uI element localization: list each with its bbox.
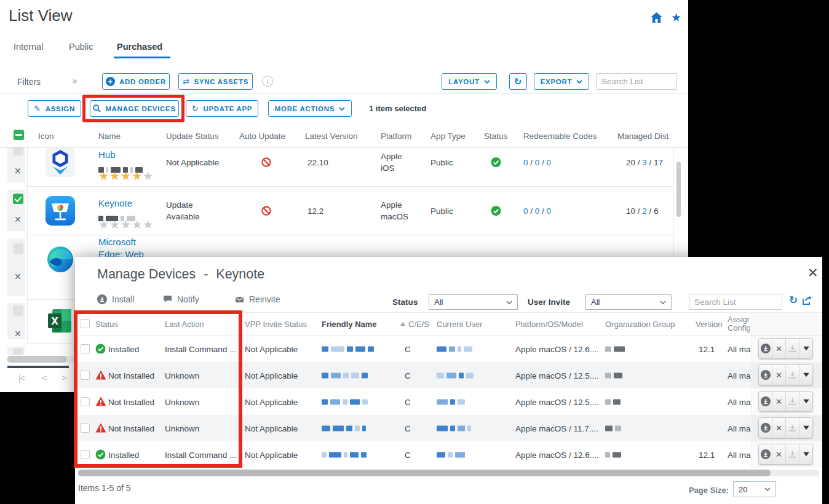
refresh-button[interactable]: ↻ (509, 73, 527, 90)
info-icon[interactable]: i (262, 76, 273, 87)
expand-caret-icon[interactable] (799, 418, 812, 438)
install-action-button[interactable] (759, 365, 772, 385)
home-icon[interactable] (651, 12, 662, 23)
tab-internal[interactable]: Internal (14, 42, 43, 52)
remove-x-icon[interactable]: ✕ (772, 418, 785, 438)
star-rating[interactable]: ★★★★★ (98, 170, 154, 183)
notify-action[interactable]: Notify (163, 294, 199, 304)
assignment-link[interactable]: All ma (728, 397, 752, 406)
close-icon[interactable]: ✕ (807, 266, 819, 280)
pagination-next-icon[interactable]: > (61, 372, 67, 383)
vertical-scrollbar-thumb[interactable] (676, 162, 681, 217)
deploy-icon[interactable] (785, 444, 799, 464)
app-name-link[interactable]: Hub (98, 149, 116, 160)
update-app-button[interactable]: ↻ UPDATE APP (186, 100, 258, 117)
column-header-update-status[interactable]: Update Status (166, 132, 219, 141)
codes-link[interactable]: 0 (523, 157, 528, 167)
column-header-organization-group[interactable]: Organization Group (605, 320, 675, 329)
expand-caret-icon[interactable] (799, 392, 812, 411)
expand-caret-icon[interactable] (799, 444, 812, 464)
install-action-button[interactable] (759, 392, 772, 411)
assignment-link[interactable]: All ma (728, 344, 752, 353)
codes-link[interactable]: 0 (547, 206, 552, 215)
row-checkbox-checked[interactable] (13, 194, 23, 204)
select-all-checkbox[interactable] (14, 130, 24, 140)
column-header-platform-os-model[interactable]: Platform/OS/Model (515, 320, 583, 329)
app-name-link[interactable]: Keynote (98, 198, 132, 208)
deselect-x-icon[interactable]: ✕ (14, 272, 22, 282)
remove-x-icon[interactable]: ✕ (772, 392, 785, 411)
install-action[interactable]: Install (97, 294, 135, 304)
deselect-x-icon[interactable]: ✕ (14, 215, 22, 224)
reinvite-action[interactable]: Reinvite (235, 294, 280, 304)
column-header-name[interactable]: Name (98, 132, 121, 141)
export-button[interactable]: EXPORT (534, 73, 589, 90)
codes-link[interactable]: 0 (535, 157, 540, 167)
remove-x-icon[interactable]: ✕ (772, 339, 785, 358)
column-header-friendly-name[interactable]: Friendly Name (322, 320, 377, 329)
codes-link[interactable]: 0 (535, 206, 540, 215)
shuffle-icon: ⇄ (183, 77, 190, 86)
star-rating[interactable]: ★★★★★ (98, 219, 154, 232)
remove-x-icon[interactable]: ✕ (772, 444, 785, 464)
sync-assets-button[interactable]: ⇄ SYNC ASSETS (178, 73, 253, 90)
codes-link[interactable]: 0 (523, 206, 528, 215)
deploy-icon[interactable] (785, 392, 799, 411)
deselect-x-icon[interactable]: ✕ (14, 329, 22, 339)
more-actions-button[interactable]: MORE ACTIONS (268, 100, 352, 117)
dist-link[interactable]: 3 (642, 157, 647, 167)
star-icon[interactable]: ★ (671, 10, 681, 24)
user-invite-filter-select[interactable]: All (585, 294, 672, 310)
column-header-ces[interactable]: C/E/S (408, 320, 429, 329)
platform-os-model-cell: Apple macOS / 12.5.... (515, 371, 599, 380)
assignment-link[interactable]: All ma (728, 371, 752, 380)
install-action-button[interactable] (759, 444, 772, 464)
app-name-link[interactable]: Microsoft Edge: Web (98, 237, 144, 259)
assign-button[interactable]: ✎ ASSIGN (28, 100, 81, 117)
deploy-icon[interactable] (785, 365, 799, 385)
tab-public[interactable]: Public (69, 42, 93, 52)
deploy-icon[interactable] (785, 418, 799, 438)
assignment-link[interactable]: All ma (728, 423, 752, 433)
deploy-icon[interactable] (785, 339, 799, 358)
remove-x-icon[interactable]: ✕ (772, 365, 785, 385)
column-header-vpp-invite-status[interactable]: VPP Invite Status (245, 320, 307, 329)
horizontal-scrollbar-thumb[interactable] (7, 356, 67, 363)
tab-purchased[interactable]: Purchased (117, 42, 162, 52)
filters-label[interactable]: Filters (17, 77, 41, 87)
status-filter-select[interactable]: All (429, 294, 518, 310)
filters-expand-icon[interactable]: » (72, 76, 77, 87)
column-header-assign-config[interactable]: Assign Config (728, 315, 750, 333)
column-header-app-type[interactable]: App Type (430, 132, 466, 141)
layout-button[interactable]: LAYOUT (442, 73, 497, 90)
modal-search-input[interactable] (689, 294, 782, 310)
row-checkbox[interactable] (13, 305, 23, 316)
column-header-icon[interactable]: Icon (38, 132, 54, 141)
column-header-platform[interactable]: Platform (381, 132, 411, 141)
column-header-auto-update[interactable]: Auto Update (239, 132, 285, 141)
install-action-button[interactable] (759, 418, 772, 438)
row-checkbox[interactable] (13, 243, 23, 254)
deselect-x-icon[interactable]: ✕ (14, 166, 22, 176)
assignment-link[interactable]: All ma (728, 450, 752, 459)
modal-hscrollbar-thumb[interactable] (78, 470, 771, 476)
pagination-first-icon[interactable]: |< (18, 372, 24, 383)
sort-asc-icon[interactable] (400, 322, 405, 326)
column-header-redeemable-codes[interactable]: Redeemable Codes (523, 132, 597, 141)
install-action-button[interactable] (759, 339, 772, 358)
dist-link[interactable]: 2 (642, 206, 647, 215)
search-list-input[interactable] (596, 73, 677, 90)
column-header-managed-dist[interactable]: Managed Dist (617, 132, 668, 141)
codes-link[interactable]: 0 (547, 157, 552, 167)
refresh-icon[interactable]: ↻ (789, 294, 798, 306)
add-order-button[interactable]: + ADD ORDER (102, 73, 170, 90)
page-size-select[interactable]: 20 (733, 481, 776, 497)
pagination-prev-icon[interactable]: < (42, 372, 47, 383)
expand-caret-icon[interactable] (799, 365, 812, 385)
column-header-version[interactable]: Version (696, 320, 722, 329)
column-header-status[interactable]: Status (484, 132, 507, 141)
column-header-current-user[interactable]: Current User (437, 320, 482, 329)
expand-caret-icon[interactable] (799, 339, 812, 358)
export-icon[interactable] (803, 296, 813, 305)
column-header-latest-version[interactable]: Latest Version (305, 132, 358, 141)
